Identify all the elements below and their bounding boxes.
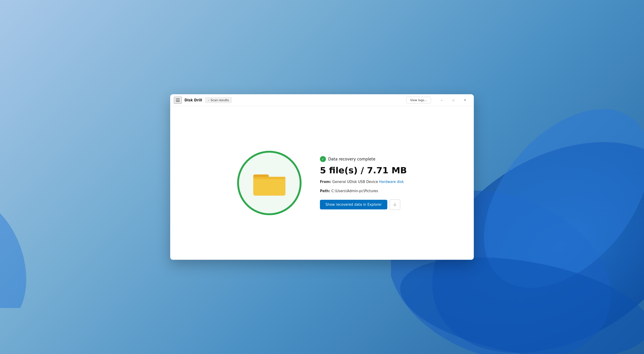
svg-point-4 [0,182,44,308]
main-content: ✓ Data recovery complete 5 file(s) / 7.7… [170,106,474,260]
svg-rect-6 [253,177,286,196]
from-type-link[interactable]: Hardware disk [379,180,404,184]
hamburger-line-3 [176,101,180,102]
path-label: Path: [320,189,332,193]
from-row: From: General UDisk USB Device Hardware … [320,179,407,185]
minimize-icon: ─ [441,99,443,102]
titlebar-right: View logs... ─ □ ✕ [406,96,470,104]
menu-button[interactable] [174,97,182,104]
path-row: Path: C:\Users\Admin-pc\Pictures [320,188,407,194]
titlebar: Disk Drill ‹ Scan results View logs... ─… [170,94,474,106]
actions-row: Show recovered data in Explorer ⌂ [320,199,407,210]
app-window: Disk Drill ‹ Scan results View logs... ─… [170,94,474,260]
folder-icon [251,168,288,198]
from-label: From: [320,180,332,184]
status-row: ✓ Data recovery complete [320,156,407,162]
maximize-icon: □ [453,99,454,102]
check-char: ✓ [322,157,324,161]
close-icon: ✕ [464,99,466,102]
svg-rect-7 [253,177,286,179]
titlebar-left: Disk Drill ‹ Scan results [174,97,406,104]
folder-circle [237,151,302,215]
maximize-button[interactable]: □ [448,96,458,104]
minimize-button[interactable]: ─ [436,96,447,104]
hamburger-line-1 [176,99,180,99]
info-panel: ✓ Data recovery complete 5 file(s) / 7.7… [320,156,407,210]
close-button[interactable]: ✕ [460,96,470,104]
home-button[interactable]: ⌂ [390,199,400,210]
scan-results-breadcrumb[interactable]: ‹ Scan results [205,97,232,103]
from-device: General UDisk USB Device [332,180,379,184]
status-text: Data recovery complete [328,157,375,161]
svg-point-2 [451,101,644,319]
back-arrow-icon: ‹ [208,99,209,102]
home-icon: ⌂ [394,202,396,207]
breadcrumb-label: Scan results [211,98,229,102]
view-logs-button[interactable]: View logs... [406,97,431,103]
files-size-text: 5 file(s) / 7.71 MB [320,166,407,175]
show-in-explorer-button[interactable]: Show recovered data in Explorer [320,200,387,209]
app-title: Disk Drill [184,98,202,102]
check-circle-icon: ✓ [320,156,326,162]
path-value: C:\Users\Admin-pc\Pictures [332,189,378,193]
hamburger-line-2 [176,100,180,100]
